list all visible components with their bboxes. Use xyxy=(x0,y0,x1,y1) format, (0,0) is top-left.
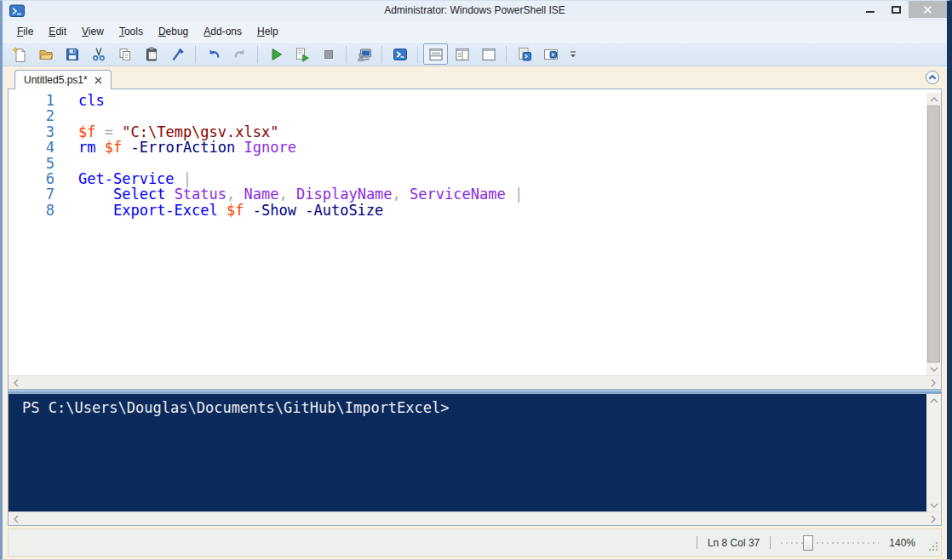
minimize-button[interactable] xyxy=(857,1,883,18)
redo-button[interactable] xyxy=(227,43,252,65)
resize-grip[interactable] xyxy=(927,540,938,554)
scroll-down-button[interactable] xyxy=(926,363,941,375)
toolbar-separator xyxy=(257,46,258,63)
tab-close-button[interactable] xyxy=(94,75,104,85)
menu-bar: File Edit View Tools Debug Add-ons Help xyxy=(3,21,947,42)
cut-button[interactable] xyxy=(86,43,111,65)
scrollbar-thumb[interactable] xyxy=(927,106,940,363)
menu-view[interactable]: View xyxy=(74,23,112,40)
show-command-window-button[interactable] xyxy=(538,43,563,65)
console-output[interactable]: PS C:\Users\Douglas\Documents\GitHub\Imp… xyxy=(9,394,926,511)
chevron-down-icon xyxy=(930,503,938,508)
cursor-position: Ln 8 Col 37 xyxy=(708,537,760,549)
redo-icon xyxy=(232,47,248,62)
chevron-up-icon xyxy=(930,97,938,102)
toolbar xyxy=(3,42,947,66)
scroll-right-button[interactable] xyxy=(929,517,938,522)
start-powershell-icon xyxy=(393,47,408,62)
scroll-up-button[interactable] xyxy=(926,93,941,106)
zoom-level: 140% xyxy=(889,537,915,549)
minimize-icon xyxy=(866,11,875,13)
menu-debug[interactable]: Debug xyxy=(151,23,196,40)
copy-icon xyxy=(118,47,133,62)
statusbar-separator xyxy=(770,536,771,549)
console-prompt: PS C:\Users\Douglas\Documents\GitHub\Imp… xyxy=(22,400,926,416)
maximize-icon xyxy=(892,6,901,14)
tab-strip: Untitled5.ps1* xyxy=(8,66,942,89)
line-numbers: 12345678 xyxy=(9,93,54,375)
chevron-up-circle-icon xyxy=(925,70,940,85)
save-button[interactable] xyxy=(60,43,84,65)
close-icon xyxy=(923,5,932,14)
scroll-left-button[interactable] xyxy=(12,380,20,386)
toolbar-overflow-icon xyxy=(569,49,577,60)
menu-file[interactable]: File xyxy=(9,23,41,40)
script-pane-right-icon xyxy=(455,47,470,62)
maximize-button[interactable] xyxy=(883,1,909,18)
run-script-icon xyxy=(268,47,284,62)
show-script-pane-right-button[interactable] xyxy=(450,43,474,65)
new-script-button[interactable] xyxy=(7,43,32,65)
scroll-down-button[interactable] xyxy=(926,499,941,511)
script-pane-top-icon xyxy=(428,47,444,62)
chevron-down-icon xyxy=(930,367,938,372)
cut-icon xyxy=(91,47,106,62)
console-pane: PS C:\Users\Douglas\Documents\GitHub\Imp… xyxy=(8,393,942,526)
menu-tools[interactable]: Tools xyxy=(112,23,151,40)
copy-button[interactable] xyxy=(112,43,137,65)
window-controls xyxy=(857,1,947,20)
new-remote-powershell-tab-button[interactable] xyxy=(352,43,376,65)
start-powershell-button[interactable] xyxy=(387,43,412,65)
chevron-left-icon xyxy=(14,515,19,523)
new-powershell-tab-icon xyxy=(517,47,532,62)
menu-edit[interactable]: Edit xyxy=(41,23,74,40)
editor-horizontal-scrollbar[interactable] xyxy=(9,375,941,389)
toolbar-separator xyxy=(417,46,418,63)
run-script-button[interactable] xyxy=(263,43,288,65)
run-selection-icon xyxy=(295,47,310,62)
powershell-ise-window: Administrator: Windows PowerShell ISE Fi… xyxy=(0,0,952,560)
toolbar-separator xyxy=(346,46,347,63)
code-lines[interactable]: cls $f = "C:\Temp\gsv.xlsx"rm $f -ErrorA… xyxy=(78,93,926,375)
paste-icon xyxy=(144,47,159,62)
stop-operation-button[interactable] xyxy=(316,43,341,65)
new-powershell-tab-button[interactable] xyxy=(512,43,536,65)
script-pane: 12345678 cls $f = "C:\Temp\gsv.xlsx"rm $… xyxy=(8,89,942,390)
close-button[interactable] xyxy=(909,1,947,18)
console-vertical-scrollbar[interactable] xyxy=(926,394,941,511)
toolbar-overflow-button[interactable] xyxy=(566,45,580,64)
save-icon xyxy=(65,47,80,62)
show-script-pane-maximized-button[interactable] xyxy=(476,43,501,65)
close-icon xyxy=(95,77,102,84)
tab-untitled5[interactable]: Untitled5.ps1* xyxy=(14,70,112,89)
console-row: PS C:\Users\Douglas\Documents\GitHub\Imp… xyxy=(9,394,941,511)
console-horizontal-scrollbar[interactable] xyxy=(9,511,941,525)
zoom-slider-thumb[interactable] xyxy=(803,535,813,551)
open-script-button[interactable] xyxy=(33,43,58,65)
show-script-pane-top-button[interactable] xyxy=(423,43,448,65)
editor-vertical-scrollbar[interactable] xyxy=(926,93,941,375)
menu-add-ons[interactable]: Add-ons xyxy=(196,23,249,40)
collapse-script-pane-button[interactable] xyxy=(925,70,940,85)
zoom-slider[interactable] xyxy=(781,535,879,551)
paste-button[interactable] xyxy=(139,43,163,65)
run-selection-button[interactable] xyxy=(290,43,314,65)
script-pane-maximized-icon xyxy=(481,47,496,62)
undo-icon xyxy=(206,47,221,62)
clear-console-button[interactable] xyxy=(165,43,190,65)
chevron-left-icon xyxy=(14,379,19,387)
scroll-up-button[interactable] xyxy=(926,394,941,407)
open-script-icon xyxy=(38,47,54,62)
undo-button[interactable] xyxy=(201,43,226,65)
title-bar: Administrator: Windows PowerShell ISE xyxy=(3,1,947,21)
resize-grip-icon xyxy=(927,540,938,551)
chevron-up-icon xyxy=(930,398,938,403)
toolbar-separator xyxy=(381,46,382,63)
menu-help[interactable]: Help xyxy=(249,23,286,40)
scroll-right-button[interactable] xyxy=(929,380,938,386)
clear-console-icon xyxy=(170,47,186,62)
editor-scroll-region: 12345678 cls $f = "C:\Temp\gsv.xlsx"rm $… xyxy=(9,89,941,375)
scroll-left-button[interactable] xyxy=(12,517,20,522)
toolbar-separator xyxy=(506,46,507,63)
new-remote-powershell-tab-icon xyxy=(357,47,372,62)
